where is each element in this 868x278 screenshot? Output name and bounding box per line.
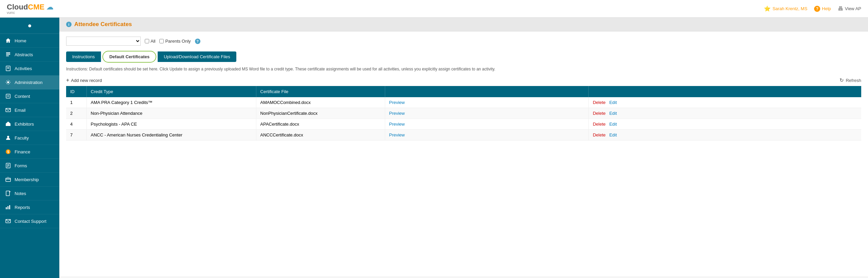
tab-upload-download[interactable]: Upload/Download Certificate Files: [158, 51, 236, 62]
cell-credit-type: ANCC - American Nurses Credentialing Cen…: [86, 130, 256, 141]
logo: CloudCME ☁: [7, 3, 53, 12]
info-icon: i: [66, 22, 72, 27]
cell-credit-type: AMA PRA Category 1 Credits™: [86, 97, 256, 108]
help-icon: ?: [814, 6, 820, 12]
page-title: Attendee Certificates: [74, 21, 132, 28]
sidebar-label-administration: Administration: [15, 80, 42, 85]
edit-link[interactable]: Edit: [609, 111, 617, 116]
certificates-table: ID Credit Type Certificate File 1 AMA PR…: [66, 86, 861, 141]
svg-rect-7: [6, 94, 10, 98]
delete-link[interactable]: Delete: [593, 100, 606, 105]
support-icon: [5, 218, 11, 224]
sidebar-label-content: Content: [15, 94, 30, 99]
sidebar-item-email[interactable]: Email: [0, 103, 59, 117]
sidebar-item-faculty[interactable]: Faculty: [0, 131, 59, 145]
viewap-button[interactable]: 🖷 View AP: [838, 6, 861, 12]
svg-rect-20: [6, 178, 11, 181]
cell-id: 2: [66, 108, 86, 119]
all-checkbox-label[interactable]: All: [145, 39, 155, 44]
col-header-actions2: [589, 86, 861, 97]
sidebar-item-finance[interactable]: $ Finance: [0, 145, 59, 159]
edit-link[interactable]: Edit: [609, 132, 617, 137]
sidebar-item-home[interactable]: Home: [0, 34, 59, 48]
sidebar-label-notes: Notes: [15, 191, 26, 196]
logo-cloud-text: Cloud: [7, 3, 28, 11]
logo-cme-text: CME: [28, 3, 44, 11]
table-toolbar: + Add new record ↻ Refresh: [66, 77, 861, 83]
tab-default-certificates[interactable]: Default Certificates: [102, 51, 156, 63]
svg-marker-12: [6, 122, 11, 124]
email-icon: [5, 107, 11, 113]
header-right: ⭐ Sarah Krentz, MS ? Help 🖷 View AP: [764, 5, 861, 12]
sidebar-item-membership[interactable]: 2 Membership: [0, 173, 59, 187]
sidebar-item-reports[interactable]: Reports: [0, 200, 59, 214]
sidebar-top: ●: [0, 18, 59, 34]
activities-icon: [5, 65, 11, 71]
svg-rect-24: [6, 207, 7, 209]
cell-certificate-file: AMAMOCCombined.docx: [256, 97, 385, 108]
preview-link[interactable]: Preview: [389, 100, 405, 105]
faculty-icon: [5, 135, 11, 141]
globe-icon: ●: [27, 22, 32, 29]
add-record-button[interactable]: + Add new record: [66, 77, 102, 83]
parents-help-icon[interactable]: ?: [195, 39, 200, 44]
sidebar-label-membership: Membership: [15, 177, 39, 182]
refresh-label: Refresh: [846, 78, 861, 83]
parents-only-label[interactable]: Parents Only: [159, 39, 191, 44]
svg-rect-1: [6, 54, 10, 55]
viewap-label: View AP: [845, 6, 861, 11]
cell-certificate-file: NonPhysicianCertificate.docx: [256, 108, 385, 119]
sidebar-label-abstracts: Abstracts: [15, 52, 33, 57]
delete-link[interactable]: Delete: [593, 122, 606, 127]
cell-id: 4: [66, 119, 86, 130]
sidebar-item-notes[interactable]: Notes: [0, 187, 59, 200]
main-content: All Parents Only ? Instructions Default …: [59, 31, 868, 276]
col-header-certificate-file: Certificate File: [256, 86, 385, 97]
sidebar: ● Home Abstracts Activities Administrati: [0, 18, 59, 278]
cell-credit-type: Non-Physician Attendance: [86, 108, 256, 119]
sidebar-label-email: Email: [15, 108, 26, 113]
refresh-icon: ↻: [840, 77, 844, 83]
tab-instructions[interactable]: Instructions: [66, 51, 101, 62]
svg-rect-11: [6, 124, 11, 126]
parents-only-checkbox[interactable]: [159, 39, 164, 43]
content-icon: [5, 93, 11, 99]
all-label: All: [151, 39, 155, 44]
sidebar-item-forms[interactable]: Forms: [0, 159, 59, 173]
edit-link[interactable]: Edit: [609, 100, 617, 105]
cell-certificate-file: APACertificate.docx: [256, 119, 385, 130]
delete-link[interactable]: Delete: [593, 132, 606, 137]
refresh-button[interactable]: ↻ Refresh: [840, 77, 861, 83]
delete-link[interactable]: Delete: [593, 111, 606, 116]
sidebar-item-abstracts[interactable]: Abstracts: [0, 48, 59, 62]
help-button[interactable]: ? Help: [814, 6, 831, 12]
edit-link[interactable]: Edit: [609, 122, 617, 127]
user-menu[interactable]: ⭐ Sarah Krentz, MS: [764, 5, 807, 12]
user-icon: ⭐: [764, 5, 771, 12]
filter-select[interactable]: [66, 37, 141, 46]
sidebar-item-administration[interactable]: Administration: [0, 76, 59, 89]
cell-actions-edit: Delete Edit: [589, 97, 861, 108]
add-record-label: Add new record: [71, 78, 102, 83]
membership-icon: 2: [5, 176, 11, 183]
col-header-credit-type: Credit Type: [86, 86, 256, 97]
sidebar-item-contact-support[interactable]: Contact Support: [0, 214, 59, 228]
instructions-text: Instructions: Default certificates shoul…: [66, 66, 861, 72]
filter-row: All Parents Only ?: [66, 37, 861, 46]
all-checkbox[interactable]: [145, 39, 149, 43]
plus-icon: +: [66, 77, 69, 83]
logo-area: CloudCME ☁ vumc: [7, 3, 53, 15]
svg-text:2: 2: [7, 177, 9, 178]
preview-link[interactable]: Preview: [389, 132, 405, 137]
cell-actions-edit: Delete Edit: [589, 108, 861, 119]
sidebar-item-exhibitors[interactable]: Exhibitors: [0, 117, 59, 131]
preview-link[interactable]: Preview: [389, 122, 405, 127]
logo-sub: vumc: [7, 11, 15, 15]
forms-icon: [5, 163, 11, 169]
cloud-icon: ☁: [46, 3, 53, 11]
sidebar-item-activities[interactable]: Activities: [0, 62, 59, 76]
sidebar-label-forms: Forms: [15, 163, 27, 168]
monitor-icon: 🖷: [838, 6, 843, 12]
sidebar-item-content[interactable]: Content: [0, 89, 59, 103]
preview-link[interactable]: Preview: [389, 111, 405, 116]
